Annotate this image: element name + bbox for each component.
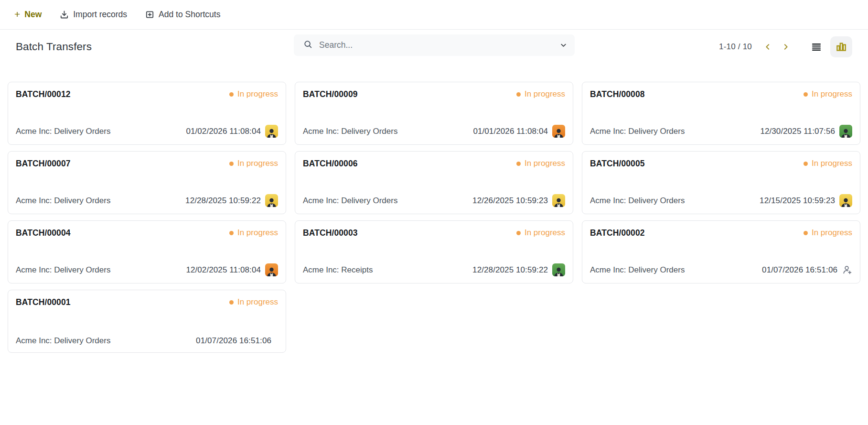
search-dropdown-toggle[interactable] (560, 42, 567, 49)
card-bottom-row: Acme Inc: Delivery Orders 01/01/2026 11:… (303, 125, 565, 138)
status-label: In progress (812, 89, 852, 99)
operation-type: Acme Inc: Delivery Orders (303, 196, 397, 206)
scheduled-date: 01/07/2026 16:51:06 (196, 336, 271, 346)
plus-icon: + (14, 9, 20, 19)
responsible-avatar (265, 263, 278, 276)
status-badge: In progress (516, 228, 565, 238)
status-badge: In progress (229, 228, 278, 238)
responsible-avatar (265, 194, 278, 207)
chevron-left-icon (764, 43, 772, 51)
status-dot-icon (516, 92, 521, 97)
search-icon (303, 40, 313, 51)
operation-type: Acme Inc: Delivery Orders (16, 127, 110, 136)
list-view-button[interactable] (805, 36, 827, 57)
status-badge: In progress (804, 228, 852, 238)
batch-reference: BATCH/00003 (303, 228, 358, 238)
status-label: In progress (525, 159, 565, 168)
kanban-card[interactable]: BATCH/00012 In progress Acme Inc: Delive… (8, 82, 286, 145)
import-records-label: Import records (73, 10, 127, 20)
bookmark-plus-icon (145, 10, 154, 19)
scheduled-date: 01/01/2026 11:08:04 (473, 127, 548, 136)
card-top-row: BATCH/00009 In progress (303, 89, 565, 99)
scheduled-date: 12/26/2025 10:59:23 (472, 196, 548, 206)
status-dot-icon (229, 162, 234, 166)
status-badge: In progress (804, 89, 852, 99)
chevron-right-icon (782, 43, 790, 51)
new-button[interactable]: + New (14, 10, 42, 20)
card-top-row: BATCH/00008 In progress (590, 89, 852, 99)
scheduled-date: 12/28/2025 10:59:22 (185, 196, 261, 206)
operation-type: Acme Inc: Receipts (303, 265, 373, 275)
card-top-row: BATCH/00004 In progress (16, 228, 278, 238)
status-badge: In progress (229, 297, 278, 307)
status-label: In progress (812, 159, 852, 168)
batch-reference: BATCH/00002 (590, 228, 645, 238)
status-label: In progress (237, 89, 278, 99)
kanban-card[interactable]: BATCH/00009 In progress Acme Inc: Delive… (295, 82, 573, 145)
card-top-row: BATCH/00006 In progress (303, 159, 565, 169)
scheduled-date: 12/30/2025 11:07:56 (760, 127, 835, 136)
status-dot-icon (804, 162, 808, 166)
card-bottom-row: Acme Inc: Receipts 12/28/2025 10:59:22 (303, 263, 565, 276)
add-responsible-button[interactable] (842, 263, 852, 276)
operation-type: Acme Inc: Delivery Orders (590, 265, 685, 275)
page-title: Batch Transfers (16, 41, 92, 53)
batch-reference: BATCH/00001 (16, 297, 71, 307)
list-icon (811, 42, 822, 52)
card-top-row: BATCH/00012 In progress (16, 89, 278, 99)
kanban-card[interactable]: BATCH/00004 In progress Acme Inc: Delive… (8, 220, 286, 283)
scheduled-date: 12/15/2025 10:59:23 (760, 196, 835, 206)
responsible-avatar (839, 125, 852, 138)
import-records-button[interactable]: Import records (60, 10, 127, 20)
operation-type: Acme Inc: Delivery Orders (16, 196, 110, 206)
kanban-card[interactable]: BATCH/00001 In progress Acme Inc: Delive… (8, 290, 286, 353)
status-label: In progress (237, 159, 278, 168)
batch-reference: BATCH/00008 (590, 89, 645, 99)
batch-reference: BATCH/00009 (303, 89, 358, 99)
batch-reference: BATCH/00006 (303, 159, 358, 169)
card-bottom-row: Acme Inc: Delivery Orders 12/15/2025 10:… (590, 194, 852, 207)
download-icon (60, 10, 69, 19)
status-dot-icon (516, 162, 521, 166)
status-dot-icon (516, 231, 521, 235)
view-switcher (805, 36, 852, 57)
status-badge: In progress (229, 159, 278, 168)
operation-type: Acme Inc: Delivery Orders (590, 127, 685, 136)
operation-type: Acme Inc: Delivery Orders (303, 127, 397, 136)
responsible-avatar (552, 194, 565, 207)
status-dot-icon (229, 92, 234, 97)
add-to-shortcuts-button[interactable]: Add to Shortcuts (145, 10, 220, 20)
responsible-avatar (552, 263, 565, 276)
kanban-view-button[interactable] (830, 36, 852, 57)
kanban-card[interactable]: BATCH/00007 In progress Acme Inc: Delive… (8, 151, 286, 214)
search-input[interactable] (319, 40, 554, 50)
pager-next-button[interactable] (777, 38, 795, 56)
status-label: In progress (525, 89, 565, 99)
status-label: In progress (237, 228, 278, 238)
card-bottom-row: Acme Inc: Delivery Orders 01/07/2026 16:… (16, 336, 278, 346)
card-bottom-row: Acme Inc: Delivery Orders 12/02/2025 11:… (16, 263, 278, 276)
kanban-card[interactable]: BATCH/00002 In progress Acme Inc: Delive… (582, 220, 860, 283)
operation-type: Acme Inc: Delivery Orders (16, 265, 110, 275)
status-badge: In progress (229, 89, 278, 99)
kanban-card[interactable]: BATCH/00006 In progress Acme Inc: Delive… (295, 151, 573, 214)
pager-range: 1-10 / 10 (719, 42, 752, 52)
scheduled-date: 01/02/2026 11:08:04 (186, 127, 261, 136)
status-dot-icon (229, 231, 234, 235)
pager-previous-button[interactable] (759, 38, 777, 56)
search-bar[interactable] (294, 34, 575, 56)
status-dot-icon (229, 300, 234, 305)
status-label: In progress (812, 228, 852, 238)
new-button-label: New (24, 10, 42, 20)
status-dot-icon (804, 231, 808, 235)
responsible-avatar (839, 194, 852, 207)
top-toolbar: + New Import records Add to Shortcuts (0, 0, 868, 30)
operation-type: Acme Inc: Delivery Orders (590, 196, 685, 206)
kanban-card[interactable]: BATCH/00005 In progress Acme Inc: Delive… (582, 151, 860, 214)
card-top-row: BATCH/00002 In progress (590, 228, 852, 238)
card-top-row: BATCH/00007 In progress (16, 159, 278, 169)
kanban-grid: BATCH/00012 In progress Acme Inc: Delive… (0, 82, 868, 353)
card-bottom-row: Acme Inc: Delivery Orders 12/30/2025 11:… (590, 125, 852, 138)
kanban-card[interactable]: BATCH/00008 In progress Acme Inc: Delive… (582, 82, 860, 145)
kanban-card[interactable]: BATCH/00003 In progress Acme Inc: Receip… (295, 220, 573, 283)
